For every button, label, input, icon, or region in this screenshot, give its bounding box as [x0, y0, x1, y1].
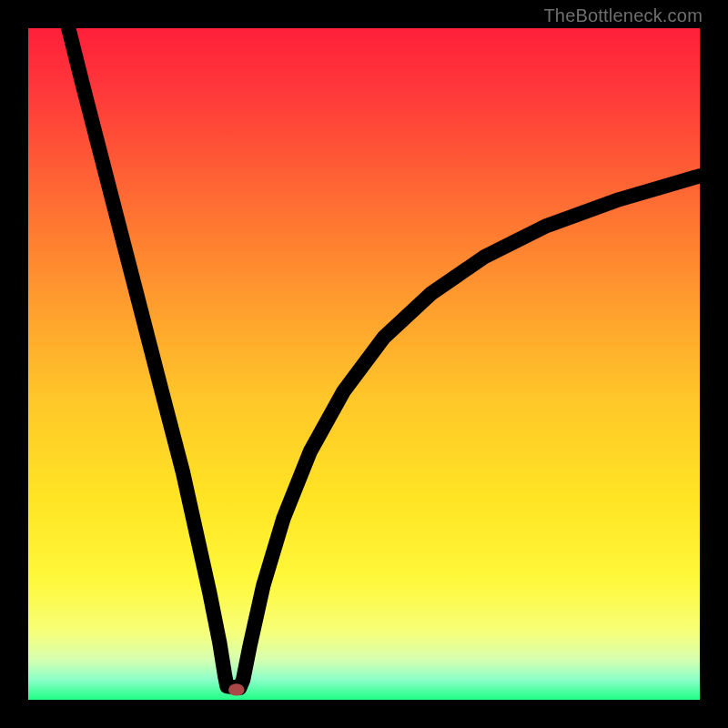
plot-area: [28, 28, 700, 700]
bottleneck-curve-layer: [28, 28, 700, 700]
chart-stage: TheBottleneck.com: [0, 0, 728, 728]
bottleneck-curve: [68, 28, 700, 688]
attribution-text: TheBottleneck.com: [543, 5, 703, 26]
optimal-point-marker: [228, 683, 245, 695]
